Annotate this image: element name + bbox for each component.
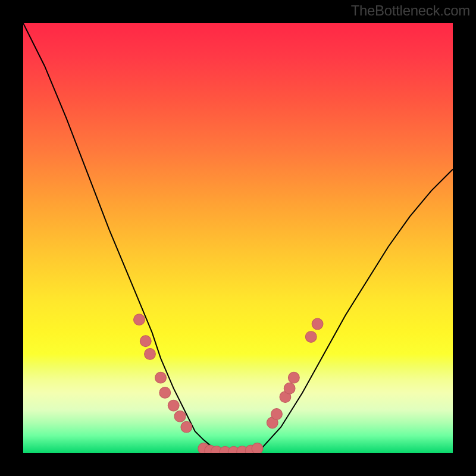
bottleneck-curve (23, 23, 453, 453)
curve-marker-dot (312, 318, 323, 330)
curve-marker-dot (145, 349, 156, 360)
curve-marker-dot (174, 411, 186, 422)
curve-svg (23, 23, 453, 453)
curve-marker-dot (288, 372, 299, 383)
curve-marker-dot (155, 372, 167, 383)
curve-marker-dot (271, 409, 283, 420)
curve-marker-dot (181, 421, 192, 433)
plot-area (23, 23, 453, 453)
curve-marker-dot (168, 400, 179, 411)
watermark-text: TheBottleneck.com (351, 2, 470, 19)
curve-markers (134, 314, 323, 453)
curve-marker-dot (252, 443, 263, 453)
curve-marker-dot (159, 387, 171, 399)
curve-marker-dot (140, 336, 151, 347)
chart-container: TheBottleneck.com (0, 0, 476, 476)
curve-marker-dot (284, 383, 295, 394)
curve-marker-dot (305, 331, 317, 343)
curve-marker-dot (134, 314, 145, 325)
